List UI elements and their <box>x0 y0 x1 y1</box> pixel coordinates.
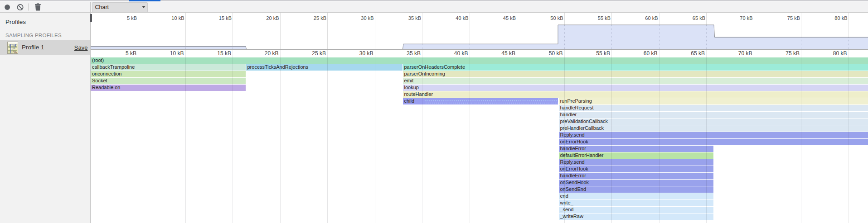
svg-text:%: % <box>13 49 17 54</box>
